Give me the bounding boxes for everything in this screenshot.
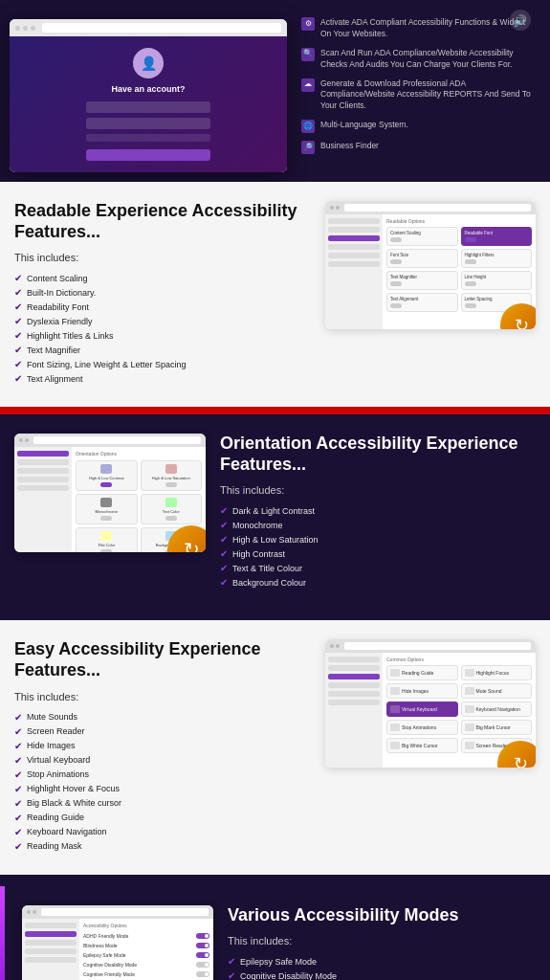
- list-item: ✔Hide Images: [14, 741, 311, 751]
- modes-mockup: Accessibility Options ADHD Friendly Mode…: [22, 905, 213, 980]
- easy-section: Easy Accessibility Experience Features..…: [0, 620, 550, 874]
- check-icon: ✔: [220, 563, 228, 573]
- blindness-toggle[interactable]: [196, 943, 209, 948]
- easy-card: Reading Guide: [386, 665, 458, 680]
- orientation-feature-list: ✔Dark & Light Contrast ✔Monochrome ✔High…: [220, 505, 536, 588]
- option-card: Highlight Filters: [461, 249, 533, 268]
- feature-label: Background Colour: [232, 578, 306, 588]
- mockup-dot: [25, 438, 29, 442]
- list-item: ✔Screen Reader: [14, 726, 311, 737]
- browser-dot-2: [23, 26, 28, 31]
- password-field[interactable]: [86, 118, 210, 129]
- feature-label: Content Scaling: [27, 274, 88, 283]
- check-icon: ✔: [14, 741, 22, 751]
- cognitive-toggle[interactable]: [196, 962, 209, 968]
- purple-left-accent: [0, 886, 5, 980]
- easy-card: Highlight Focus: [461, 665, 533, 680]
- modes-text-panel: Various Accessibility Modes This include…: [228, 905, 536, 980]
- check-icon: ✔: [14, 330, 22, 341]
- check-icon: ✔: [14, 827, 22, 837]
- list-item: ✔Background Colour: [220, 577, 536, 588]
- hero-section: 👤 Have an account? 🔊 ⚙ Activate ADA Comp…: [0, 0, 550, 182]
- list-item: ✔Cognitive Disability Mode: [228, 970, 536, 980]
- hero-feature-text-3: Generate & Download Professional ADA Com…: [320, 78, 536, 113]
- mockup-bar: [14, 434, 206, 447]
- orient-sidebar: [14, 447, 72, 552]
- orientation-text-panel: Orientation Accessibility Experience Fea…: [220, 434, 536, 591]
- adhd-toggle[interactable]: [196, 933, 209, 939]
- readable-subtitle: This includes:: [14, 252, 311, 263]
- mockup-sidebar: [325, 214, 383, 329]
- sidebar-item: [17, 459, 69, 465]
- hero-feature-text-4: Multi-Language System.: [320, 120, 408, 131]
- easy-card: Big White Cursor: [386, 738, 458, 753]
- reading-guide-icon: [390, 669, 400, 677]
- check-icon: ✔: [14, 784, 22, 794]
- sidebar-item: [328, 253, 380, 258]
- easy-sidebar: [325, 653, 383, 768]
- feature-label: Text Alignment: [27, 374, 83, 384]
- mode-row: ADHD Friendly Mode: [83, 933, 209, 939]
- list-item: ✔Keyboard Navigation: [14, 827, 311, 837]
- nav-icon: [465, 705, 474, 713]
- sound-icon[interactable]: 🔊: [510, 10, 531, 31]
- feature-label: Dark & Light Contrast: [232, 506, 315, 516]
- activate-icon: ⚙: [301, 17, 315, 31]
- mode-row: Epilepsy Safe Mode: [83, 952, 209, 958]
- mockup-options: Content Scaling Readable Font Font Size …: [386, 227, 532, 312]
- mockup-url: [33, 436, 201, 444]
- easy-feature-list: ✔Mute Sounds ✔Screen Reader ✔Hide Images…: [14, 712, 311, 852]
- sidebar-item: [328, 227, 380, 233]
- feature-label: Highlight Hover & Focus: [27, 784, 120, 793]
- feature-label: Text & Title Colour: [232, 564, 302, 573]
- sidebar-item: [328, 657, 380, 662]
- feature-label: Reading Guide: [27, 813, 84, 822]
- option-card: Text Magnifier: [386, 271, 458, 290]
- list-item: ✔Text Magnifier: [14, 345, 311, 355]
- mockup-dot: [19, 438, 23, 442]
- generate-icon: ☁: [301, 78, 315, 92]
- sidebar-item: [328, 665, 380, 671]
- feature-label: Monochrome: [232, 521, 283, 530]
- check-icon: ✔: [14, 769, 22, 780]
- list-item: ✔Readability Font: [14, 301, 311, 312]
- easy-options-grid: Reading Guide Highlight Focus Hide Image…: [386, 665, 532, 753]
- easy-options-label: Common Options: [386, 657, 532, 662]
- email-field[interactable]: [86, 101, 210, 113]
- mockup-dot: [336, 644, 340, 648]
- hero-feature-item-5: 🔎 Business Finder: [301, 141, 536, 154]
- browser-url-bar: [42, 23, 281, 33]
- feature-label: Virtual Keyboard: [27, 755, 90, 765]
- sidebar-item: [17, 477, 69, 482]
- cognitive-friendly-toggle[interactable]: [196, 971, 209, 977]
- easy-card: Big Mark Cursor: [461, 720, 533, 735]
- list-item: ✔Text & Title Colour: [220, 563, 536, 573]
- option-card: Font Size: [386, 249, 458, 268]
- feature-label: Hide Images: [27, 741, 76, 750]
- orient-icon: [100, 464, 112, 474]
- big-white-icon: [390, 742, 400, 749]
- hero-feature-item-3: ☁ Generate & Download Professional ADA C…: [301, 78, 536, 113]
- sidebar-item-active: [25, 931, 77, 937]
- modes-label: Accessibility Options: [83, 923, 209, 928]
- option-card: Text Alignment: [386, 293, 458, 312]
- sidebar-item: [17, 485, 69, 491]
- mode-row: Cognitive Friendly Mode: [83, 971, 209, 977]
- epilepsy-toggle[interactable]: [196, 952, 209, 958]
- orientation-title: Orientation Accessibility Experience Fea…: [220, 434, 536, 475]
- easy-card: Mute Sound: [461, 683, 533, 699]
- mode-row: Cognitive Disability Mode: [83, 962, 209, 968]
- orient-label: Orientation Options: [76, 451, 202, 457]
- check-icon: ✔: [14, 712, 22, 723]
- remember-me-check[interactable]: [86, 134, 210, 142]
- orient-card: Monochrome: [76, 494, 138, 524]
- login-button[interactable]: [86, 149, 210, 161]
- browser-dot-1: [15, 26, 20, 31]
- orientation-mockup: Orientation Options High & Low Contrast …: [14, 434, 206, 552]
- check-icon: ✔: [220, 548, 228, 559]
- list-item: ✔Dyslexia Friendly: [14, 316, 311, 326]
- modes-title: Various Accessibility Modes: [228, 905, 536, 926]
- easy-card: Stop Animations: [386, 720, 458, 735]
- check-icon: ✔: [14, 813, 22, 823]
- language-icon: 🌐: [301, 120, 315, 133]
